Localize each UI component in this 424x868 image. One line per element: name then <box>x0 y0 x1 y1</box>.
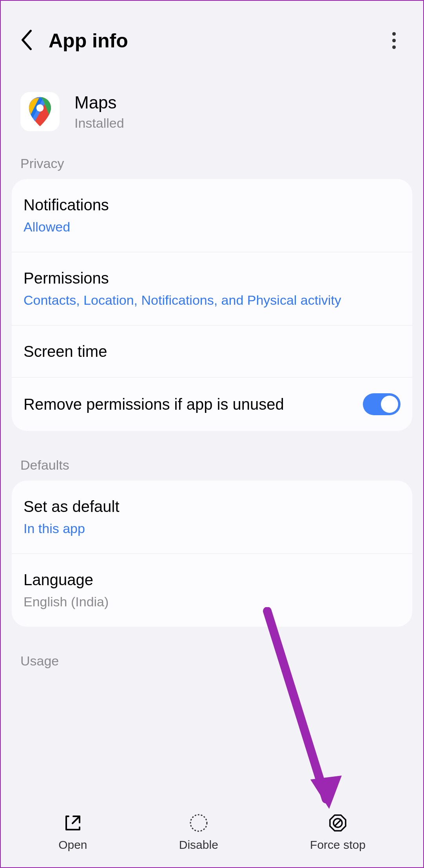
row-value: Contacts, Location, Notifications, and P… <box>24 291 389 309</box>
notifications-row[interactable]: Notifications Allowed <box>12 179 412 252</box>
bottom-bar: Open Disable Force stop <box>1 801 423 859</box>
row-value: English (India) <box>24 593 389 611</box>
svg-point-1 <box>190 815 207 831</box>
more-icon[interactable] <box>384 28 404 53</box>
svg-point-0 <box>36 104 44 112</box>
header-bar: App info <box>1 1 423 72</box>
row-value: Allowed <box>24 218 389 236</box>
row-title: Notifications <box>24 195 389 215</box>
page-title: App info <box>49 29 128 52</box>
app-name: Maps <box>74 93 124 112</box>
remove-permissions-toggle[interactable] <box>363 393 400 415</box>
permissions-row[interactable]: Permissions Contacts, Location, Notifica… <box>12 252 412 326</box>
disable-icon <box>189 812 208 834</box>
open-button[interactable]: Open <box>58 812 87 852</box>
section-label-privacy: Privacy <box>1 149 423 179</box>
bottom-label: Force stop <box>310 838 366 852</box>
svg-line-3 <box>335 820 341 826</box>
row-title: Remove permissions if app is unused <box>24 394 351 414</box>
row-value: In this app <box>24 520 389 538</box>
back-icon[interactable] <box>20 30 33 52</box>
section-label-usage: Usage <box>1 646 423 676</box>
language-row[interactable]: Language English (India) <box>12 554 412 627</box>
force-stop-button[interactable]: Force stop <box>310 812 366 852</box>
app-status: Installed <box>74 116 124 131</box>
screen-time-row[interactable]: Screen time <box>12 326 412 378</box>
section-label-defaults: Defaults <box>1 450 423 481</box>
bottom-label: Open <box>58 838 87 852</box>
force-stop-icon <box>328 812 348 834</box>
row-title: Language <box>24 570 389 590</box>
remove-permissions-row[interactable]: Remove permissions if app is unused <box>12 378 412 431</box>
row-title: Permissions <box>24 268 389 288</box>
bottom-label: Disable <box>179 838 218 852</box>
privacy-card: Notifications Allowed Permissions Contac… <box>12 179 412 431</box>
open-icon <box>63 812 83 834</box>
row-title: Screen time <box>24 341 389 362</box>
app-header: Maps Installed <box>1 72 423 149</box>
defaults-card: Set as default In this app Language Engl… <box>12 481 412 627</box>
set-as-default-row[interactable]: Set as default In this app <box>12 481 412 554</box>
maps-app-icon <box>20 92 60 131</box>
disable-button[interactable]: Disable <box>179 812 218 852</box>
row-title: Set as default <box>24 496 389 517</box>
